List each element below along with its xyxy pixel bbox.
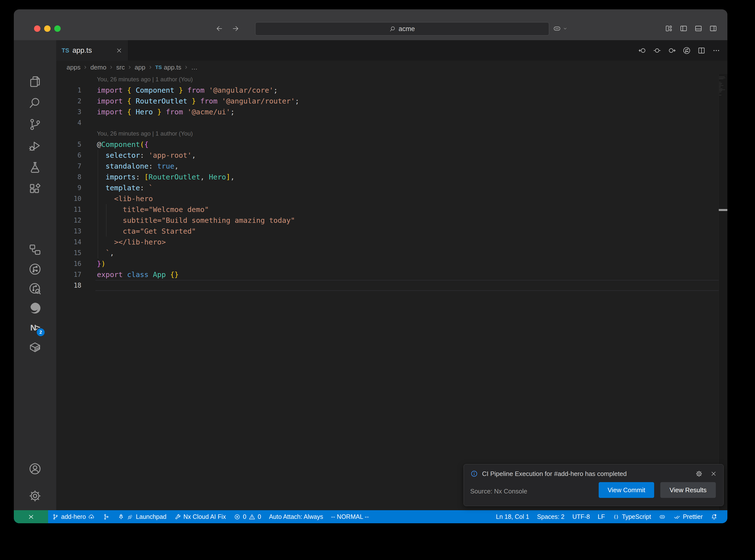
breadcrumb-file[interactable]: TSapp.ts — [155, 64, 181, 71]
minimize-window-button[interactable] — [44, 25, 51, 32]
command-center-search[interactable]: acme — [255, 22, 549, 36]
notification-settings-icon[interactable] — [695, 470, 703, 477]
line-number: 6 — [56, 150, 81, 161]
close-window-button[interactable] — [34, 25, 40, 32]
status-remote-indicator[interactable] — [14, 510, 48, 523]
split-editor-button[interactable] — [697, 46, 706, 55]
activity-item-run-debug[interactable] — [28, 139, 42, 153]
customize-layout-icon[interactable] — [665, 24, 673, 33]
status-indentation[interactable]: Spaces: 2 — [533, 510, 568, 523]
status-language-mode[interactable]: {}TypeScript — [609, 510, 655, 523]
remote-icon — [27, 513, 35, 521]
nav-forward-button[interactable] — [668, 46, 676, 55]
code-line-9[interactable]: 9 template: ` — [56, 182, 728, 193]
code-line-12[interactable]: 12 subtitle="Build something amazing tod… — [56, 215, 728, 226]
status-git-branch[interactable]: add-hero — [48, 510, 99, 523]
status-eol[interactable]: LF — [594, 510, 609, 523]
activity-item-manage-settings[interactable] — [28, 489, 42, 503]
code-text: `, — [97, 247, 114, 258]
status-nx-cloud-ai-fix[interactable]: Nx Cloud AI Fix — [171, 510, 230, 523]
nx-graph-button[interactable] — [682, 46, 691, 55]
breadcrumb-item[interactable]: apps — [66, 64, 80, 71]
code-text: ></lib-hero> — [97, 237, 166, 247]
plug-icon — [127, 514, 134, 520]
code-line-6[interactable]: 6 selector: 'app-root', — [56, 150, 728, 161]
toggle-secondary-sidebar-icon[interactable] — [709, 24, 717, 33]
status-encoding[interactable]: UTF-8 — [568, 510, 594, 523]
bell-dot-icon — [711, 514, 717, 520]
overview-ruler-mark — [719, 209, 728, 211]
more-actions-button[interactable] — [712, 46, 720, 55]
view-commit-button[interactable]: View Commit — [599, 482, 654, 498]
close-icon[interactable] — [116, 47, 122, 54]
status-vim-mode[interactable]: -- NORMAL -- — [327, 510, 373, 523]
line-number: 7 — [56, 161, 81, 172]
line-number: 15 — [56, 247, 81, 258]
scrollbar[interactable] — [718, 74, 728, 510]
activity-item-nx-graph[interactable] — [28, 262, 42, 276]
code-editor[interactable]: You, 26 minutes ago | 1 author (You)1imp… — [56, 74, 728, 510]
notification-title: CI Pipeline Execution for #add-hero has … — [482, 470, 695, 478]
activity-item-project-structure[interactable] — [28, 243, 42, 257]
cloud-upload-icon — [88, 514, 95, 520]
code-line-16[interactable]: 16}) — [56, 258, 728, 269]
notification-toast: CI Pipeline Execution for #add-hero has … — [463, 464, 724, 506]
breadcrumb-item[interactable]: demo — [90, 64, 106, 71]
status-notifications-bell[interactable] — [707, 510, 721, 523]
code-line-7[interactable]: 7 standalone: true, — [56, 161, 728, 172]
code-line-8[interactable]: 8 imports: [RouterOutlet, Hero], — [56, 172, 728, 182]
chevron-right-icon — [183, 64, 189, 70]
breadcrumb-item[interactable]: src — [116, 64, 125, 71]
toggle-primary-sidebar-icon[interactable] — [679, 24, 688, 33]
activity-item-browser-preview[interactable] — [28, 301, 42, 315]
activity-item-testing[interactable] — [28, 160, 42, 174]
activity-item-extensions[interactable] — [28, 182, 42, 196]
status-launchpad[interactable]: Launchpad — [114, 510, 171, 523]
breadcrumb-item[interactable]: app — [135, 64, 145, 71]
activity-item-accounts[interactable] — [28, 462, 42, 476]
activity-item-search[interactable] — [28, 96, 42, 110]
activity-item-source-control[interactable] — [28, 118, 42, 132]
activity-item-nx-project-details[interactable] — [28, 282, 42, 296]
notification-close-icon[interactable] — [710, 470, 717, 477]
activity-item-containers[interactable] — [28, 340, 42, 354]
code-line-5[interactable]: 5@Component({ — [56, 139, 728, 150]
history-forward-icon[interactable] — [232, 25, 239, 33]
activity-item-nx-console[interactable]: N>2 — [28, 321, 42, 335]
zoom-window-button[interactable] — [54, 25, 61, 32]
toggle-panel-icon[interactable] — [694, 24, 702, 33]
code-line-17[interactable]: 17export class App {} — [56, 269, 728, 280]
braces-icon: {} — [613, 514, 620, 520]
breadcrumb-symbol-tail[interactable]: … — [191, 64, 198, 71]
git-blame-annotation[interactable]: You, 26 minutes ago | 1 author (You) — [56, 128, 728, 139]
copilot-menu-button[interactable] — [553, 24, 568, 33]
run-marker-button[interactable] — [653, 46, 661, 55]
code-line-10[interactable]: 10 <lib-hero — [56, 193, 728, 204]
status-scm-graph[interactable] — [99, 510, 114, 523]
code-line-2[interactable]: 2import { RouterOutlet } from '@angular/… — [56, 96, 728, 106]
status-auto-attach[interactable]: Auto Attach: Always — [265, 510, 327, 523]
code-line-3[interactable]: 3import { Hero } from '@acme/ui'; — [56, 106, 728, 117]
indent-guide — [106, 204, 106, 237]
notification-source: Source: Nx Console — [470, 487, 527, 495]
status-formatter[interactable]: Prettier — [670, 510, 707, 523]
line-number: 11 — [56, 204, 81, 215]
view-results-button[interactable]: View Results — [660, 482, 716, 498]
activity-item-explorer[interactable] — [28, 75, 42, 88]
status-label: 0 — [243, 513, 246, 520]
code-line-13[interactable]: 13 cta="Get Started" — [56, 226, 728, 237]
status-copilot-status[interactable] — [655, 510, 670, 523]
activity-bar: N>2 — [14, 40, 56, 510]
status-problems[interactable]: 00 — [230, 510, 265, 523]
git-blame-annotation[interactable]: You, 26 minutes ago | 1 author (You) — [56, 74, 728, 85]
line-number: 16 — [56, 258, 81, 269]
code-line-1[interactable]: 1import { Component } from '@angular/cor… — [56, 85, 728, 96]
nav-back-button[interactable] — [638, 46, 647, 55]
code-line-11[interactable]: 11 title="Welcmoe demo" — [56, 204, 728, 215]
tab-app-ts[interactable]: TS app.ts — [56, 40, 128, 61]
history-back-icon[interactable] — [216, 25, 223, 33]
code-line-15[interactable]: 15 `, — [56, 247, 728, 258]
code-line-14[interactable]: 14 ></lib-hero> — [56, 237, 728, 247]
status-cursor-position[interactable]: Ln 18, Col 1 — [492, 510, 533, 523]
code-line-4[interactable]: 4 — [56, 117, 728, 128]
